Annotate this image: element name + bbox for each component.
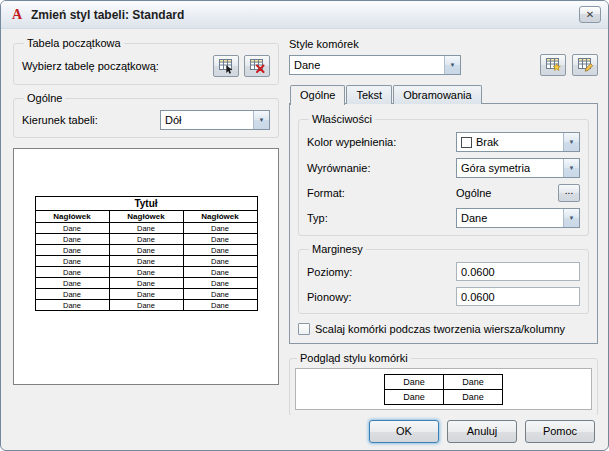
general-group: Ogólne Kierunek tabeli: Dół ▼ — [13, 92, 279, 138]
type-value: Dane — [457, 212, 563, 224]
horizontal-margin-input[interactable] — [456, 262, 580, 281]
vertical-margin-label: Pionowy: — [307, 291, 452, 303]
preview-data-cell: Dane — [35, 223, 109, 234]
preview-data-cell: Dane — [183, 223, 257, 234]
table-edit-icon — [577, 57, 594, 73]
right-column: Style komórek Dane ▼ — [289, 37, 598, 415]
autocad-logo-icon: A — [9, 7, 25, 23]
alignment-label: Wyrównanie: — [307, 162, 452, 174]
cell-styles-row: Dane ▼ — [289, 54, 598, 76]
type-select[interactable]: Dane ▼ — [456, 208, 580, 228]
close-button[interactable]: ✕ — [579, 6, 601, 23]
horizontal-margin-label: Poziomy: — [307, 266, 452, 278]
starting-table-preview: TytułNagłówekNagłówekNagłówekDaneDaneDan… — [35, 196, 258, 311]
tab-bar: Ogólne Tekst Obramowania — [289, 85, 598, 104]
format-label: Format: — [307, 187, 452, 199]
preview-header-cell: Nagłówek — [109, 211, 183, 223]
chevron-down-icon: ▼ — [563, 133, 579, 151]
table-select-icon — [218, 58, 235, 74]
modify-table-style-dialog: A Zmień styl tabeli: Standard ✕ Tabela p… — [0, 0, 609, 451]
cell-preview-cell: Dane — [385, 389, 444, 404]
merge-cells-label: Scalaj komórki podczas tworzenia wiersza… — [315, 323, 565, 335]
tab-general[interactable]: Ogólne — [290, 85, 345, 105]
fill-color-label: Kolor wypełnienia: — [307, 136, 452, 148]
manage-cell-styles-button[interactable] — [572, 54, 598, 76]
preview-data-cell: Dane — [109, 289, 183, 300]
cell-styles-label: Style komórek — [289, 38, 598, 50]
general-group-title: Ogólne — [24, 92, 65, 104]
properties-group-title: Właściwości — [309, 113, 375, 125]
preview-data-cell: Dane — [109, 256, 183, 267]
preview-data-cell: Dane — [109, 267, 183, 278]
preview-data-cell: Dane — [35, 300, 109, 311]
select-starting-table-button[interactable] — [213, 55, 239, 77]
preview-data-cell: Dane — [35, 245, 109, 256]
alignment-value: Góra symetria — [457, 162, 563, 174]
cell-style-select[interactable]: Dane ▼ — [289, 55, 461, 75]
dialog-body: Tabela początkowa Wybierz tabelę początk… — [1, 29, 608, 415]
preview-header-cell: Nagłówek — [183, 211, 257, 223]
cancel-button[interactable]: Anuluj — [447, 420, 517, 443]
preview-data-cell: Dane — [35, 289, 109, 300]
format-value: Ogólne — [456, 187, 491, 199]
left-column: Tabela początkowa Wybierz tabelę początk… — [13, 37, 279, 415]
preview-data-cell: Dane — [35, 267, 109, 278]
cell-style-preview-title: Podgląd stylu komórki — [297, 352, 411, 364]
margins-group-title: Marginesy — [309, 243, 366, 255]
margins-group: Marginesy Poziomy: Pionowy: — [298, 243, 589, 314]
starting-table-group: Tabela początkowa Wybierz tabelę początk… — [13, 37, 279, 85]
remove-starting-table-button[interactable] — [244, 55, 270, 77]
table-direction-value: Dół — [161, 114, 253, 126]
table-remove-icon — [249, 58, 266, 74]
preview-header-cell: Nagłówek — [35, 211, 109, 223]
preview-data-cell: Dane — [183, 300, 257, 311]
starting-table-group-title: Tabela początkowa — [24, 37, 124, 49]
titlebar: A Zmień styl tabeli: Standard ✕ — [1, 1, 608, 29]
table-preview: TytułNagłówekNagłówekNagłówekDaneDaneDan… — [13, 148, 279, 385]
table-direction-select[interactable]: Dół ▼ — [160, 110, 270, 130]
chevron-down-icon: ▼ — [444, 56, 460, 74]
table-direction-label: Kierunek tabeli: — [22, 114, 98, 126]
preview-data-cell: Dane — [35, 256, 109, 267]
preview-data-cell: Dane — [183, 245, 257, 256]
format-row: Ogólne ... — [456, 184, 580, 202]
create-cell-style-button[interactable] — [540, 54, 566, 76]
format-ellipsis-button[interactable]: ... — [558, 184, 580, 202]
tab-text[interactable]: Tekst — [346, 85, 392, 104]
merge-cells-row: Scalaj komórki podczas tworzenia wiersza… — [298, 323, 589, 335]
choose-starting-table-label: Wybierz tabelę początkową: — [22, 60, 208, 72]
chevron-down-icon: ▼ — [563, 209, 579, 227]
preview-data-cell: Dane — [109, 245, 183, 256]
preview-data-cell: Dane — [183, 278, 257, 289]
table-new-style-icon — [545, 57, 562, 73]
general-tab-panel: Właściwości Kolor wypełnienia: Brak ▼ Wy… — [289, 103, 598, 344]
preview-data-cell: Dane — [183, 289, 257, 300]
preview-data-cell: Dane — [183, 234, 257, 245]
cell-style-preview-group: Podgląd stylu komórki DaneDaneDaneDane — [289, 352, 598, 415]
preview-data-cell: Dane — [109, 300, 183, 311]
properties-group: Właściwości Kolor wypełnienia: Brak ▼ Wy… — [298, 113, 589, 236]
close-icon: ✕ — [586, 10, 594, 20]
alignment-select[interactable]: Góra symetria ▼ — [456, 158, 580, 178]
preview-title-cell: Tytuł — [35, 197, 257, 211]
cell-preview-cell: Dane — [444, 389, 503, 404]
fill-color-select[interactable]: Brak ▼ — [456, 132, 580, 152]
help-button[interactable]: Pomoc — [525, 420, 595, 443]
cell-style-value: Dane — [290, 59, 444, 71]
preview-data-cell: Dane — [109, 234, 183, 245]
cell-preview-cell: Dane — [385, 374, 444, 389]
ok-button[interactable]: OK — [369, 420, 439, 443]
window-title: Zmień styl tabeli: Standard — [31, 8, 579, 22]
vertical-margin-input[interactable] — [456, 287, 580, 306]
preview-data-cell: Dane — [183, 267, 257, 278]
dialog-footer: OK Anuluj Pomoc — [1, 412, 608, 450]
chevron-down-icon: ▼ — [253, 111, 269, 129]
chevron-down-icon: ▼ — [563, 159, 579, 177]
type-label: Typ: — [307, 212, 452, 224]
preview-data-cell: Dane — [109, 278, 183, 289]
preview-data-cell: Dane — [109, 223, 183, 234]
merge-cells-checkbox[interactable] — [298, 323, 310, 335]
preview-data-cell: Dane — [35, 234, 109, 245]
tab-borders[interactable]: Obramowania — [393, 85, 481, 104]
cell-style-preview-table: DaneDaneDaneDane — [384, 374, 503, 405]
